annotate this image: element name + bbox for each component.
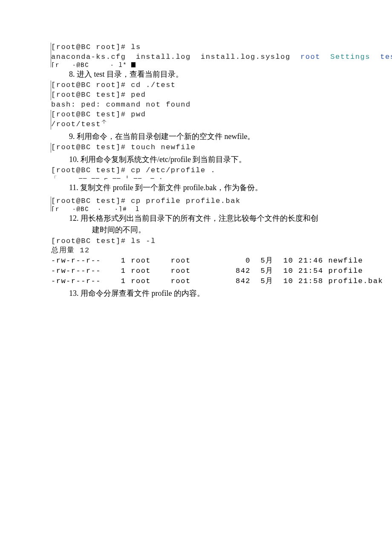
terminal-fragment: [r ·@BC · l* bbox=[51, 62, 341, 67]
ls-row: -rw-r--r-- 1 root root 0 5月 10 21:46 new… bbox=[51, 256, 341, 266]
ls-row: -rw-r--r-- 1 root root 842 5月 10 21:54 p… bbox=[51, 266, 341, 276]
document-page: [root@BC root]# ls anaconda-ks.cfg insta… bbox=[0, 0, 392, 299]
terminal-line: /root/test bbox=[51, 120, 341, 130]
step-11-text: 11. 复制文件 profile 到一个新文件 profile.bak，作为备份… bbox=[69, 182, 341, 193]
terminal-line: bash: ped: command not found bbox=[51, 100, 341, 110]
ls-long-output: -rw-r--r-- 1 root root 0 5月 10 21:46 new… bbox=[51, 256, 341, 286]
terminal-line: [root@BC root]# cd ./test bbox=[51, 81, 341, 90]
ls-output-text: anaconda-ks.cfg install.log install.log.… bbox=[51, 53, 300, 61]
terminal-line: [root@BC test]# ped bbox=[51, 90, 341, 100]
step-13-text: 13. 用命令分屏查看文件 profile 的内容。 bbox=[69, 288, 341, 299]
terminal-fragment: 「 ── ── ⌐ ── ╵ ── ─ · bbox=[51, 176, 341, 181]
ls-dir-root: root bbox=[300, 53, 320, 61]
terminal-line: [root@BC test]# cp profile profile.bak bbox=[51, 197, 341, 206]
step-8-text: 8. 进入 test 目录，查看当前目录。 bbox=[69, 69, 341, 80]
step-9-text: 9. 利用命令，在当前目录创建一个新的空文件 newfile。 bbox=[69, 131, 341, 142]
terminal-line: [root@BC test]# touch newfile bbox=[51, 143, 341, 153]
ls-row: -rw-r--r-- 1 root root 842 5月 10 21:58 p… bbox=[51, 276, 341, 286]
terminal-fragment: [r ·@BC · ·]# l bbox=[51, 206, 341, 211]
terminal-line: [root@BC test]# cp /etc/profile . bbox=[51, 166, 341, 176]
caret-icon bbox=[102, 123, 107, 126]
terminal-line: 总用量 12 bbox=[51, 246, 341, 256]
step-12-text-cont: 建时间的不同。 bbox=[92, 225, 341, 235]
terminal-line: [root@BC test]# pwd bbox=[51, 110, 341, 120]
terminal-line: [root@BC test]# ls -l bbox=[51, 237, 341, 246]
terminal-line: anaconda-ks.cfg install.log install.log.… bbox=[51, 52, 341, 62]
cursor-icon bbox=[131, 62, 135, 67]
ls-settings: Settings bbox=[330, 53, 370, 61]
step-12-text: 12. 用长格形式列出当前目录下的所有文件，注意比较每个文件的长度和创 bbox=[69, 213, 341, 224]
step-10-text: 10. 利用命令复制系统文件/etc/profile 到当前目录下。 bbox=[69, 154, 341, 165]
ls-dir-test: test bbox=[380, 53, 392, 61]
terminal-line: [root@BC root]# ls bbox=[51, 43, 341, 52]
